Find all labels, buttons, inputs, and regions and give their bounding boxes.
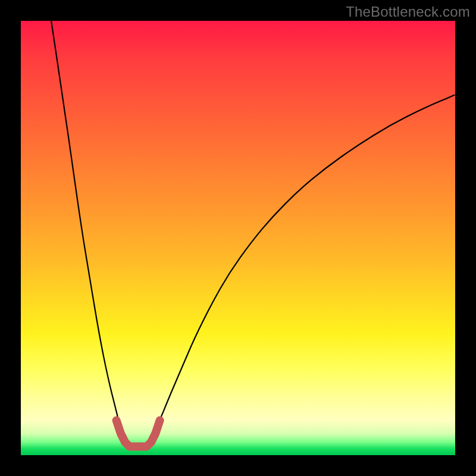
watermark-text: TheBottleneck.com [346,4,470,20]
curve-right-branch [151,95,455,438]
curve-svg [21,21,455,455]
chart-frame: TheBottleneck.com [0,0,476,476]
plot-area [21,21,455,455]
optimal-region-marker [117,421,160,447]
curve-left-branch [51,21,125,438]
